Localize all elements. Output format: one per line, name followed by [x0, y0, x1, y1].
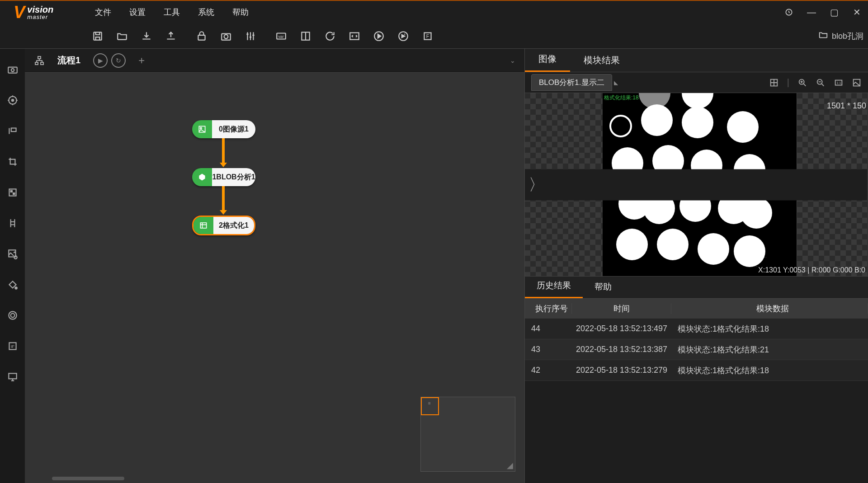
svg-rect-2	[198, 35, 205, 40]
fit-icon[interactable]	[769, 77, 779, 88]
image-dimensions: 1501 * 150	[827, 101, 866, 111]
table-row[interactable]: 42 2022-05-18 13:52:13:279 模块状态:1格式化结果:1…	[525, 360, 868, 381]
main-menu: 文件 设置 工具 系统 帮助	[86, 1, 258, 23]
flow-canvas[interactable]: 0图像源1 1BLOB分析1 2格式化1 ≡ ◢	[25, 72, 524, 483]
export-icon[interactable]	[159, 27, 183, 45]
folder-icon	[818, 30, 828, 42]
svg-rect-20	[13, 193, 14, 194]
col-header-time[interactable]: 时间	[572, 303, 671, 314]
add-tab-button[interactable]: +	[138, 54, 145, 67]
svg-rect-1	[94, 32, 101, 40]
menu-settings[interactable]: 设置	[120, 7, 155, 18]
chevron-down-icon[interactable]: ⌄	[510, 57, 515, 64]
fill-tool-icon[interactable]	[5, 277, 20, 292]
flow-node-imagesource[interactable]: 0图像源1	[192, 120, 255, 138]
close-button[interactable]: ✕	[845, 1, 868, 23]
svg-rect-13	[8, 67, 17, 73]
tab-history-result[interactable]: 历史结果	[525, 274, 583, 298]
image-viewer[interactable]: · · · · · · ·· · · ·· · · · ·· · ·· 格式化结…	[525, 93, 868, 276]
code-icon[interactable]	[343, 27, 366, 45]
rect-tool-icon[interactable]	[5, 124, 20, 138]
frame-icon[interactable]: F	[416, 27, 439, 45]
target-tool-icon[interactable]	[5, 93, 20, 108]
flow-tab[interactable]: 流程1	[48, 54, 90, 66]
svg-rect-19	[10, 191, 12, 192]
flow-arrow	[222, 138, 225, 164]
svg-text:var: var	[278, 34, 284, 39]
svg-point-33	[200, 127, 202, 129]
menu-system[interactable]: 系统	[189, 7, 223, 18]
svg-rect-34	[200, 223, 206, 228]
tab-image[interactable]: 图像	[525, 47, 570, 72]
play-icon[interactable]	[367, 27, 391, 45]
spiral-tool-icon[interactable]	[5, 308, 20, 323]
menu-help[interactable]: 帮助	[223, 7, 258, 18]
flow-panel: 流程1 ▶ ↻ + ⌄ 0图像源1 1BLOB分析1 2格式化1	[25, 49, 524, 483]
refresh-icon[interactable]	[778, 1, 800, 23]
flow-node-blob[interactable]: 1BLOB分析1	[192, 168, 255, 186]
blob-icon	[192, 168, 212, 186]
actual-size-icon[interactable]: 1:1	[834, 77, 844, 88]
minimap[interactable]: ≡ ◢	[420, 397, 515, 472]
resize-handle-icon[interactable]: ◢	[507, 460, 513, 470]
import-icon[interactable]	[135, 27, 158, 45]
current-file[interactable]: blob孔洞	[818, 30, 868, 42]
table-row[interactable]: 43 2022-05-18 13:52:13:387 模块状态:1格式化结果:2…	[525, 339, 868, 360]
col-header-data[interactable]: 模块数据	[671, 303, 868, 314]
svg-point-4	[224, 34, 228, 38]
image-source-select[interactable]: BLOB分析1.显示二	[531, 74, 612, 91]
right-panel: 图像 模块结果 BLOB分析1.显示二 ◣ | 1:1	[524, 49, 868, 483]
svg-point-23	[15, 287, 17, 289]
refresh-toolbar-icon[interactable]	[318, 27, 342, 45]
play-loop-icon[interactable]	[392, 27, 415, 45]
minimap-viewport[interactable]: ≡	[421, 397, 439, 415]
svg-rect-29	[38, 56, 41, 59]
next-image-icon[interactable]: 〉	[525, 169, 867, 200]
sliders-icon[interactable]	[239, 27, 262, 45]
crop-tool-icon[interactable]	[5, 155, 20, 169]
svg-rect-17	[11, 128, 16, 132]
tree-icon[interactable]	[30, 55, 48, 66]
col-header-seq[interactable]: 执行序号	[525, 303, 572, 314]
align-tool-icon[interactable]	[5, 216, 20, 230]
overlay-label: 格式化结果:18	[604, 94, 639, 102]
zoom-in-icon[interactable]	[797, 77, 807, 88]
image-adjust-icon[interactable]	[5, 247, 20, 261]
menu-tools[interactable]: 工具	[155, 7, 189, 18]
camera-icon[interactable]	[214, 27, 238, 45]
lock-icon[interactable]	[190, 27, 213, 45]
save-icon[interactable]	[86, 27, 109, 45]
zoom-out-icon[interactable]	[816, 77, 826, 88]
layout-icon[interactable]	[294, 27, 317, 45]
svg-point-16	[11, 99, 13, 101]
logo-brand-bottom: master	[27, 14, 53, 20]
svg-point-25	[10, 314, 14, 318]
image-source-icon	[192, 120, 212, 138]
if-tool-icon[interactable]: IF	[5, 339, 20, 353]
flow-node-label: 0图像源1	[212, 120, 255, 138]
camera-tool-icon[interactable]	[5, 62, 20, 77]
open-icon[interactable]	[110, 27, 134, 45]
var-icon[interactable]: var	[269, 27, 293, 45]
table-row[interactable]: 44 2022-05-18 13:52:13:497 模块状态:1格式化结果:1…	[525, 319, 868, 339]
toolbar: var F blob孔洞	[0, 23, 868, 49]
flow-node-format[interactable]: 2格式化1	[192, 216, 255, 235]
tool-sidebar: IF	[0, 49, 25, 483]
maximize-button[interactable]: ▢	[823, 1, 845, 23]
run-loop-icon[interactable]: ↻	[111, 53, 126, 68]
svg-point-24	[9, 311, 16, 319]
pixel-coordinates: X:1301 Y:0053 | R:000 G:000 B:0	[758, 266, 865, 274]
monitor-tool-icon[interactable]	[5, 370, 20, 384]
menu-file[interactable]: 文件	[86, 7, 120, 18]
svg-rect-28	[9, 373, 16, 379]
svg-text:1:1: 1:1	[836, 80, 841, 84]
grid-tool-icon[interactable]	[5, 185, 20, 200]
titlebar: V vision master 文件 设置 工具 系统 帮助 — ▢ ✕	[0, 1, 868, 23]
picture-icon[interactable]	[852, 77, 862, 88]
horizontal-scrollbar[interactable]	[52, 477, 124, 480]
run-once-icon[interactable]: ▶	[93, 53, 108, 68]
minimize-button[interactable]: —	[800, 1, 823, 23]
tab-module-result[interactable]: 模块结果	[570, 49, 633, 72]
tab-help[interactable]: 帮助	[583, 276, 623, 298]
logo-v-icon: V	[14, 4, 25, 21]
